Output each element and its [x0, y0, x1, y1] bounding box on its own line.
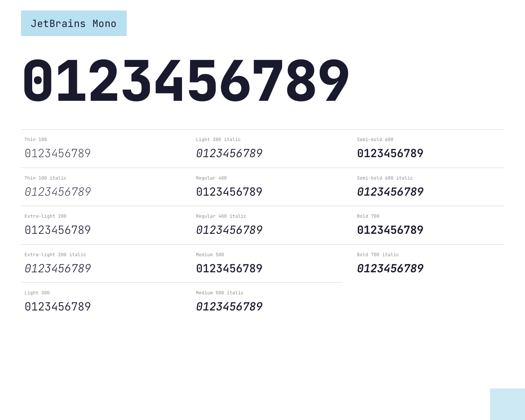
font-variant-sample: 0123456789: [196, 146, 329, 161]
font-variant-sample: 0123456789: [357, 184, 493, 199]
font-variant-label: Regular 400: [196, 175, 329, 181]
hero-digits: 0123456789: [21, 50, 504, 112]
font-card: Regular 4000123456789: [182, 168, 343, 206]
font-variant-label: Regular 400 italic: [196, 213, 329, 219]
font-variant-label: Thin 100 italic: [24, 175, 172, 181]
font-variant-sample: 0123456789: [24, 261, 172, 276]
font-card: Bold 7000123456789: [343, 206, 504, 244]
font-variant-label: Thin 100: [24, 136, 172, 142]
font-card: Light 3000123456789: [21, 282, 182, 321]
header-title: JetBrains Mono: [31, 17, 117, 30]
font-card: Semi-bold 600 italic0123456789: [343, 168, 504, 206]
font-variant-label: Medium 500 italic: [196, 290, 329, 296]
font-card: Extra-light 200 italic0123456789: [21, 244, 182, 283]
font-card: Thin 1000123456789: [21, 129, 182, 168]
font-variant-label: Medium 500: [196, 252, 329, 258]
font-variant-sample: 0123456789: [24, 299, 172, 314]
font-card: Regular 400 italic0123456789: [182, 206, 343, 244]
font-card: Semi-bold 6000123456789: [343, 129, 504, 168]
font-grid: Thin 1000123456789Light 300 italic012345…: [0, 122, 525, 335]
font-variant-sample: 0123456789: [357, 146, 493, 161]
font-variant-label: Light 300: [24, 290, 172, 296]
font-variant-sample: 0123456789: [196, 184, 329, 199]
font-variant-label: Extra-light 200 italic: [24, 252, 172, 258]
font-card: Bold 700 italic0123456789: [343, 244, 504, 283]
bottom-decoration: [490, 388, 525, 420]
font-variant-sample: 0123456789: [357, 261, 493, 276]
font-variant-sample: 0123456789: [196, 261, 329, 276]
font-variant-sample: 0123456789: [24, 184, 172, 199]
font-variant-sample: 0123456789: [196, 223, 329, 237]
font-card: Medium 5000123456789: [182, 244, 343, 283]
font-variant-sample: 0123456789: [24, 146, 172, 161]
font-variant-label: Bold 700 italic: [357, 252, 493, 258]
font-card: Thin 100 italic0123456789: [21, 168, 182, 206]
font-variant-label: Semi-bold 600: [357, 136, 493, 142]
font-card: Extra-light 2000123456789: [21, 206, 182, 244]
font-variant-label: Extra-light 200: [24, 213, 172, 219]
font-variant-label: Semi-bold 600 italic: [357, 175, 493, 181]
font-card: Light 300 italic0123456789: [182, 129, 343, 168]
font-variant-sample: 0123456789: [357, 223, 493, 237]
header-bar: JetBrains Mono: [21, 10, 127, 36]
font-variant-label: Bold 700: [357, 213, 493, 219]
font-variant-label: Light 300 italic: [196, 136, 329, 142]
font-variant-sample: 0123456789: [24, 223, 172, 237]
font-variant-sample: 0123456789: [196, 299, 329, 314]
font-card: Medium 500 italic0123456789: [182, 282, 343, 321]
hero-section: 0123456789: [0, 36, 525, 122]
